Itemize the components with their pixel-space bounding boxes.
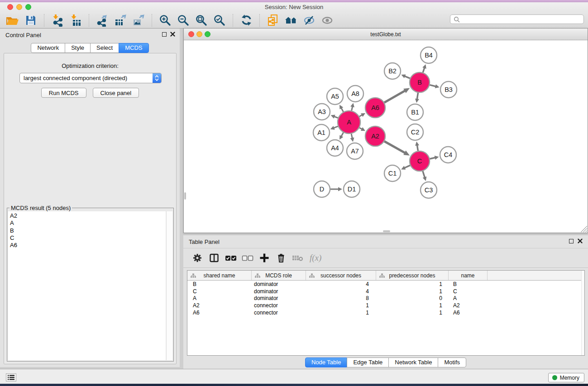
graph-node-C[interactable]: C — [410, 151, 430, 171]
deselect-all-icon[interactable] — [242, 252, 253, 264]
edge-B-B1[interactable] — [417, 93, 418, 100]
float-table-panel-icon[interactable] — [569, 239, 574, 243]
result-item[interactable]: A6 — [10, 242, 166, 249]
search-field[interactable] — [450, 14, 584, 24]
edge-B-B2[interactable] — [404, 76, 410, 78]
graph-node-B1[interactable]: B1 — [407, 104, 423, 120]
column-header-successor-nodes[interactable]: successor nodes — [306, 271, 376, 280]
zoom-fit-icon[interactable] — [194, 13, 209, 28]
table-row[interactable]: A6connector11A6 — [187, 309, 584, 316]
export-table-icon[interactable] — [113, 13, 128, 28]
result-list-scrollbar[interactable] — [166, 211, 172, 360]
edge-A6-B[interactable] — [384, 91, 406, 103]
graph-node-A1[interactable]: A1 — [313, 124, 330, 141]
import-table-icon[interactable] — [68, 13, 83, 28]
edge-C-C3[interactable] — [423, 171, 425, 178]
edge-A2-C[interactable] — [384, 141, 406, 153]
table-row[interactable]: Cdominator41C — [187, 288, 584, 295]
select-all-icon[interactable] — [225, 252, 237, 264]
graph-node-B4[interactable]: B4 — [421, 47, 437, 63]
edge-arrowhead — [435, 84, 440, 88]
tab-mcds[interactable]: MCDS — [119, 43, 148, 53]
edge-C-C2[interactable] — [417, 145, 418, 151]
table-row[interactable]: A2connector11A2 — [187, 302, 584, 309]
search-input[interactable] — [460, 16, 583, 23]
memory-button[interactable]: Memory — [548, 373, 584, 382]
split-columns-icon[interactable] — [208, 252, 220, 264]
table-row[interactable]: Adominator80A — [187, 295, 584, 302]
graph-node-C3[interactable]: C3 — [421, 182, 437, 198]
close-table-panel-icon[interactable] — [578, 238, 583, 243]
graph-node-C4[interactable]: C4 — [440, 147, 456, 163]
column-header-name[interactable]: name — [449, 271, 488, 280]
table-row[interactable]: Bdominator41B — [187, 281, 584, 288]
graph-node-A[interactable]: A — [338, 111, 360, 133]
hide-panels-icon[interactable] — [301, 13, 317, 28]
graph-node-A4[interactable]: A4 — [327, 140, 343, 156]
gear-icon[interactable] — [191, 252, 203, 264]
tab-style[interactable]: Style — [65, 43, 91, 53]
graph-node-A5[interactable]: A5 — [327, 88, 343, 105]
optimization-criterion-dropdown[interactable]: largest connected component (directed) — [19, 73, 162, 83]
trash-icon[interactable] — [275, 252, 287, 264]
edge-arrowhead — [338, 187, 342, 191]
home-icon[interactable] — [283, 13, 299, 28]
table-cell: A2 — [187, 302, 252, 309]
edge-C-C1[interactable] — [404, 165, 410, 168]
table-cell: A6 — [449, 310, 488, 316]
export-image-icon[interactable] — [131, 13, 146, 28]
graph-node-B3[interactable]: B3 — [440, 81, 457, 98]
tab-network[interactable]: Network — [31, 43, 65, 53]
delete-table-icon[interactable] — [292, 252, 304, 264]
window-resize-grip[interactable] — [581, 226, 587, 232]
zoom-in-icon[interactable] — [158, 13, 173, 28]
tab-network-table[interactable]: Network Table — [388, 357, 438, 367]
tab-motifs[interactable]: Motifs — [438, 357, 466, 367]
graph-node-D[interactable]: D — [314, 181, 330, 197]
canvas-vertical-scrollbar[interactable] — [184, 192, 186, 200]
result-item[interactable]: A — [10, 219, 166, 227]
column-header-shared-name[interactable]: shared name — [187, 271, 252, 280]
tab-edge-table[interactable]: Edge Table — [347, 357, 389, 367]
memory-status-icon — [552, 375, 557, 380]
column-header-predecessor-nodes[interactable]: predecessor nodes — [376, 271, 449, 280]
table-scrollbar[interactable] — [581, 271, 584, 355]
graph-node-C2[interactable]: C2 — [407, 124, 423, 140]
refresh-icon[interactable] — [239, 13, 254, 28]
graph-node-D1[interactable]: D1 — [344, 181, 360, 197]
show-panels-icon[interactable] — [320, 13, 335, 28]
graph-node-B2[interactable]: B2 — [384, 63, 401, 79]
save-icon[interactable] — [23, 13, 38, 28]
clone-network-icon[interactable] — [265, 13, 281, 28]
close-panel-button[interactable]: Close panel — [93, 88, 139, 98]
float-panel-icon[interactable] — [162, 32, 167, 37]
graph-node-C1[interactable]: C1 — [384, 165, 401, 181]
graph-node-A7[interactable]: A7 — [347, 143, 363, 159]
task-history-button[interactable] — [6, 373, 16, 381]
add-column-icon[interactable] — [258, 252, 270, 264]
graph-node-A6[interactable]: A6 — [365, 98, 385, 118]
graph-node-A3[interactable]: A3 — [314, 104, 330, 120]
close-panel-icon[interactable] — [170, 32, 175, 37]
mcds-result-list[interactable]: A2ABCA6 — [8, 211, 166, 360]
edge-B-B3[interactable] — [430, 85, 436, 87]
tab-select[interactable]: Select — [90, 43, 119, 53]
run-mcds-button[interactable]: Run MCDS — [41, 88, 86, 98]
edge-C-C4[interactable] — [430, 157, 435, 159]
result-item[interactable]: C — [10, 234, 166, 242]
column-header-mcds-role[interactable]: MCDS role — [252, 271, 306, 280]
graph-node-A8[interactable]: A8 — [347, 86, 363, 102]
open-file-icon[interactable] — [5, 13, 20, 28]
canvas-horizontal-scrollbar[interactable] — [383, 230, 390, 232]
zoom-selected-icon[interactable] — [212, 13, 227, 28]
export-network-icon[interactable] — [95, 13, 110, 28]
network-canvas[interactable]: AA1A2A3A4A5A6A7A8BB1B2B3B4CC1C2C3C4DD1 — [184, 41, 588, 233]
tab-node-table[interactable]: Node Table — [305, 357, 348, 367]
graph-node-A2[interactable]: A2 — [365, 126, 385, 146]
result-item[interactable]: B — [10, 227, 166, 234]
zoom-out-icon[interactable] — [176, 13, 191, 28]
function-builder-icon[interactable]: f(x) — [309, 253, 321, 263]
import-network-icon[interactable] — [50, 13, 65, 28]
graph-node-B[interactable]: B — [410, 72, 430, 92]
result-item[interactable]: A2 — [10, 212, 166, 219]
